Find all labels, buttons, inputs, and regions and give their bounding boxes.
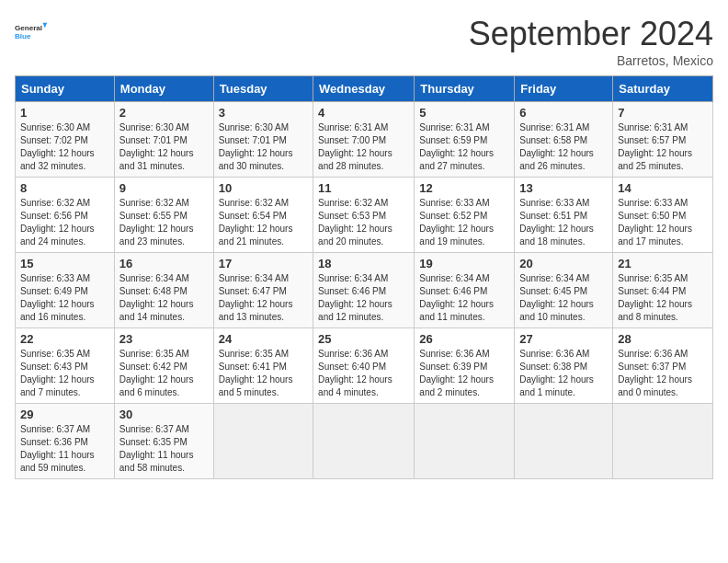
- day-number: 8: [20, 181, 109, 195]
- calendar-cell: 10Sunrise: 6:32 AMSunset: 6:54 PMDayligh…: [213, 178, 313, 253]
- col-monday: Monday: [114, 76, 213, 102]
- day-number: 21: [618, 257, 708, 270]
- cell-info: Sunrise: 6:35 AMSunset: 6:41 PMDaylight:…: [219, 348, 308, 399]
- calendar-week-3: 15Sunrise: 6:33 AMSunset: 6:49 PMDayligh…: [16, 253, 713, 328]
- logo: GeneralBlue: [15, 15, 48, 48]
- day-number: 27: [519, 332, 608, 346]
- day-number: 4: [318, 106, 409, 120]
- calendar-cell: 25Sunrise: 6:36 AMSunset: 6:40 PMDayligh…: [313, 328, 415, 404]
- day-number: 11: [318, 181, 409, 195]
- calendar-cell: 7Sunrise: 6:31 AMSunset: 6:57 PMDaylight…: [613, 102, 713, 178]
- day-number: 16: [119, 257, 209, 270]
- month-title: September 2024: [469, 15, 713, 53]
- calendar-cell: 1Sunrise: 6:30 AMSunset: 7:02 PMDaylight…: [16, 102, 115, 178]
- calendar-cell: 16Sunrise: 6:34 AMSunset: 6:48 PMDayligh…: [114, 253, 213, 328]
- cell-info: Sunrise: 6:34 AMSunset: 6:45 PMDaylight:…: [519, 272, 608, 324]
- cell-info: Sunrise: 6:33 AMSunset: 6:52 PMDaylight:…: [419, 197, 509, 248]
- cell-info: Sunrise: 6:31 AMSunset: 7:00 PMDaylight:…: [318, 121, 409, 173]
- calendar-week-2: 8Sunrise: 6:32 AMSunset: 6:56 PMDaylight…: [16, 178, 713, 253]
- cell-info: Sunrise: 6:33 AMSunset: 6:50 PMDaylight:…: [618, 197, 708, 248]
- calendar-cell: 11Sunrise: 6:32 AMSunset: 6:53 PMDayligh…: [313, 178, 415, 253]
- day-number: 6: [519, 106, 608, 120]
- cell-info: Sunrise: 6:31 AMSunset: 6:59 PMDaylight:…: [419, 121, 509, 173]
- day-number: 26: [419, 332, 509, 346]
- col-saturday: Saturday: [613, 76, 713, 102]
- calendar-cell: 12Sunrise: 6:33 AMSunset: 6:52 PMDayligh…: [415, 178, 515, 253]
- calendar-cell: 2Sunrise: 6:30 AMSunset: 7:01 PMDaylight…: [114, 102, 213, 178]
- calendar-week-4: 22Sunrise: 6:35 AMSunset: 6:43 PMDayligh…: [16, 328, 713, 404]
- cell-info: Sunrise: 6:34 AMSunset: 6:48 PMDaylight:…: [119, 272, 209, 324]
- day-number: 5: [419, 106, 509, 120]
- cell-info: Sunrise: 6:33 AMSunset: 6:51 PMDaylight:…: [519, 197, 608, 248]
- svg-text:General: General: [15, 24, 42, 32]
- cell-info: Sunrise: 6:35 AMSunset: 6:42 PMDaylight:…: [119, 348, 209, 399]
- calendar-cell: 23Sunrise: 6:35 AMSunset: 6:42 PMDayligh…: [114, 328, 213, 404]
- calendar-cell: 13Sunrise: 6:33 AMSunset: 6:51 PMDayligh…: [515, 178, 613, 253]
- calendar-cell: 5Sunrise: 6:31 AMSunset: 6:59 PMDaylight…: [415, 102, 515, 178]
- calendar-cell: 6Sunrise: 6:31 AMSunset: 6:58 PMDaylight…: [515, 102, 613, 178]
- calendar-cell: 19Sunrise: 6:34 AMSunset: 6:46 PMDayligh…: [415, 253, 515, 328]
- day-number: 20: [519, 257, 608, 270]
- calendar-cell: 14Sunrise: 6:33 AMSunset: 6:50 PMDayligh…: [613, 178, 713, 253]
- cell-info: Sunrise: 6:36 AMSunset: 6:38 PMDaylight:…: [519, 348, 608, 399]
- cell-info: Sunrise: 6:30 AMSunset: 7:01 PMDaylight:…: [219, 121, 308, 173]
- cell-info: Sunrise: 6:31 AMSunset: 6:58 PMDaylight:…: [519, 121, 608, 173]
- calendar-cell: 29Sunrise: 6:37 AMSunset: 6:36 PMDayligh…: [16, 404, 115, 479]
- calendar-cell: [313, 404, 415, 479]
- cell-info: Sunrise: 6:30 AMSunset: 7:01 PMDaylight:…: [119, 121, 209, 173]
- calendar-cell: 26Sunrise: 6:36 AMSunset: 6:39 PMDayligh…: [415, 328, 515, 404]
- col-tuesday: Tuesday: [213, 76, 313, 102]
- logo-icon: GeneralBlue: [15, 15, 48, 48]
- cell-info: Sunrise: 6:32 AMSunset: 6:56 PMDaylight:…: [20, 197, 109, 248]
- day-number: 2: [119, 106, 209, 120]
- day-number: 9: [119, 181, 209, 195]
- calendar-cell: 4Sunrise: 6:31 AMSunset: 7:00 PMDaylight…: [313, 102, 415, 178]
- day-number: 3: [219, 106, 308, 120]
- cell-info: Sunrise: 6:32 AMSunset: 6:55 PMDaylight:…: [119, 197, 209, 248]
- calendar-cell: 9Sunrise: 6:32 AMSunset: 6:55 PMDaylight…: [114, 178, 213, 253]
- calendar-week-1: 1Sunrise: 6:30 AMSunset: 7:02 PMDaylight…: [16, 102, 713, 178]
- calendar-cell: 28Sunrise: 6:36 AMSunset: 6:37 PMDayligh…: [613, 328, 713, 404]
- calendar-cell: 27Sunrise: 6:36 AMSunset: 6:38 PMDayligh…: [515, 328, 613, 404]
- cell-info: Sunrise: 6:36 AMSunset: 6:40 PMDaylight:…: [318, 348, 409, 399]
- cell-info: Sunrise: 6:35 AMSunset: 6:44 PMDaylight:…: [618, 272, 708, 324]
- calendar-cell: 3Sunrise: 6:30 AMSunset: 7:01 PMDaylight…: [213, 102, 313, 178]
- cell-info: Sunrise: 6:36 AMSunset: 6:39 PMDaylight:…: [419, 348, 509, 399]
- cell-info: Sunrise: 6:35 AMSunset: 6:43 PMDaylight:…: [20, 348, 109, 399]
- day-number: 23: [119, 332, 209, 346]
- day-number: 12: [419, 181, 509, 195]
- col-wednesday: Wednesday: [313, 76, 415, 102]
- calendar-cell: 18Sunrise: 6:34 AMSunset: 6:46 PMDayligh…: [313, 253, 415, 328]
- calendar-cell: 15Sunrise: 6:33 AMSunset: 6:49 PMDayligh…: [16, 253, 115, 328]
- page-header: GeneralBlue September 2024 Barretos, Mex…: [15, 15, 713, 68]
- day-number: 28: [618, 332, 708, 346]
- cell-info: Sunrise: 6:37 AMSunset: 6:36 PMDaylight:…: [20, 423, 109, 475]
- cell-info: Sunrise: 6:33 AMSunset: 6:49 PMDaylight:…: [20, 272, 109, 324]
- cell-info: Sunrise: 6:34 AMSunset: 6:46 PMDaylight:…: [419, 272, 509, 324]
- calendar-cell: [415, 404, 515, 479]
- cell-info: Sunrise: 6:30 AMSunset: 7:02 PMDaylight:…: [20, 121, 109, 173]
- title-block: September 2024 Barretos, Mexico: [469, 15, 713, 68]
- cell-info: Sunrise: 6:34 AMSunset: 6:47 PMDaylight:…: [219, 272, 308, 324]
- calendar-cell: 20Sunrise: 6:34 AMSunset: 6:45 PMDayligh…: [515, 253, 613, 328]
- day-number: 14: [618, 181, 708, 195]
- calendar-cell: 21Sunrise: 6:35 AMSunset: 6:44 PMDayligh…: [613, 253, 713, 328]
- calendar-cell: 17Sunrise: 6:34 AMSunset: 6:47 PMDayligh…: [213, 253, 313, 328]
- day-number: 19: [419, 257, 509, 270]
- day-number: 15: [20, 257, 109, 270]
- calendar-cell: 22Sunrise: 6:35 AMSunset: 6:43 PMDayligh…: [16, 328, 115, 404]
- day-number: 22: [20, 332, 109, 346]
- day-number: 18: [318, 257, 409, 270]
- calendar-table: Sunday Monday Tuesday Wednesday Thursday…: [15, 75, 713, 479]
- cell-info: Sunrise: 6:37 AMSunset: 6:35 PMDaylight:…: [119, 423, 209, 475]
- calendar-cell: [213, 404, 313, 479]
- col-friday: Friday: [515, 76, 613, 102]
- svg-text:Blue: Blue: [15, 32, 31, 40]
- cell-info: Sunrise: 6:32 AMSunset: 6:53 PMDaylight:…: [318, 197, 409, 248]
- calendar-cell: 30Sunrise: 6:37 AMSunset: 6:35 PMDayligh…: [114, 404, 213, 479]
- cell-info: Sunrise: 6:36 AMSunset: 6:37 PMDaylight:…: [618, 348, 708, 399]
- cell-info: Sunrise: 6:34 AMSunset: 6:46 PMDaylight:…: [318, 272, 409, 324]
- day-number: 17: [219, 257, 308, 270]
- day-number: 25: [318, 332, 409, 346]
- day-number: 30: [119, 408, 209, 421]
